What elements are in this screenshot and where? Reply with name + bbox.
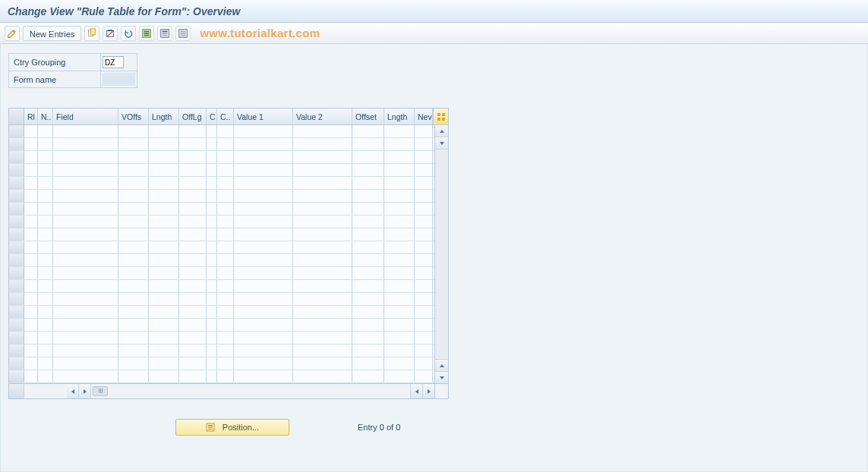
ctry-grouping-input[interactable]	[103, 56, 124, 68]
cell-lngth2[interactable]	[384, 293, 415, 305]
cell-voffs[interactable]	[118, 241, 149, 253]
cell-voffs[interactable]	[118, 177, 149, 189]
cell-lngth2[interactable]	[384, 203, 415, 215]
cell-field[interactable]	[53, 370, 118, 382]
cell-offlg[interactable]	[179, 190, 207, 202]
cell-lngth[interactable]	[149, 267, 179, 279]
cell-field[interactable]	[53, 177, 118, 189]
select-block-icon[interactable]	[157, 26, 172, 41]
col-select-all[interactable]	[9, 109, 24, 124]
cell-offlg[interactable]	[179, 177, 207, 189]
cell-lngth[interactable]	[149, 228, 179, 241]
cell-lngth[interactable]	[149, 125, 179, 137]
cell-v1[interactable]	[234, 228, 293, 241]
cell-v2[interactable]	[293, 332, 352, 344]
cell-nev[interactable]	[415, 164, 433, 176]
new-entries-button[interactable]: New Entries	[23, 26, 81, 41]
cell-nev[interactable]	[415, 254, 433, 266]
cell-n[interactable]	[38, 203, 53, 215]
cell-v2[interactable]	[293, 267, 352, 279]
cell-n[interactable]	[38, 332, 53, 344]
cell-v2[interactable]	[293, 370, 352, 382]
cell-rl[interactable]	[24, 177, 38, 189]
cell-n[interactable]	[38, 164, 53, 176]
cell-v2[interactable]	[293, 293, 352, 305]
cell-c2[interactable]	[217, 319, 234, 331]
cell-field[interactable]	[53, 151, 118, 163]
col-value2[interactable]: Value 2	[293, 109, 352, 124]
cell-sel[interactable]	[9, 345, 24, 357]
cell-lngth[interactable]	[149, 306, 179, 318]
cell-offlg[interactable]	[179, 151, 207, 163]
cell-sel[interactable]	[9, 241, 24, 253]
cell-n[interactable]	[38, 280, 53, 292]
cell-sel[interactable]	[9, 190, 24, 202]
cell-v1[interactable]	[234, 357, 293, 370]
cell-lngth[interactable]	[149, 190, 179, 202]
cell-rl[interactable]	[24, 319, 38, 331]
cell-c1[interactable]	[207, 216, 217, 228]
cell-v2[interactable]	[293, 357, 352, 370]
cell-v2[interactable]	[293, 190, 352, 202]
cell-voffs[interactable]	[118, 125, 149, 137]
cell-v2[interactable]	[293, 138, 352, 150]
cell-field[interactable]	[53, 319, 118, 331]
cell-field[interactable]	[53, 125, 118, 137]
cell-v2[interactable]	[293, 241, 352, 253]
cell-voffs[interactable]	[118, 190, 149, 202]
cell-v1[interactable]	[234, 138, 293, 150]
cell-rl[interactable]	[24, 151, 38, 163]
toggle-edit-icon[interactable]	[5, 26, 20, 41]
cell-nev[interactable]	[415, 306, 433, 318]
cell-voffs[interactable]	[118, 280, 149, 292]
cell-lngth2[interactable]	[384, 177, 415, 189]
vertical-scrollbar[interactable]	[434, 125, 448, 383]
cell-nev[interactable]	[415, 216, 433, 228]
cell-n[interactable]	[38, 345, 53, 357]
cell-c1[interactable]	[207, 203, 217, 215]
cell-v1[interactable]	[234, 280, 293, 292]
cell-v2[interactable]	[293, 345, 352, 357]
cell-nev[interactable]	[415, 293, 433, 305]
cell-field[interactable]	[53, 241, 118, 253]
cell-n[interactable]	[38, 177, 53, 189]
cell-off2[interactable]	[352, 293, 384, 305]
cell-nev[interactable]	[415, 190, 433, 202]
cell-offlg[interactable]	[179, 319, 207, 331]
cell-v1[interactable]	[234, 293, 293, 305]
cell-sel[interactable]	[9, 357, 24, 370]
cell-n[interactable]	[38, 306, 53, 318]
cell-offlg[interactable]	[179, 332, 207, 344]
table-row[interactable]	[9, 319, 434, 332]
cell-c1[interactable]	[207, 190, 217, 202]
cell-sel[interactable]	[9, 216, 24, 228]
cell-rl[interactable]	[24, 332, 38, 344]
cell-lngth[interactable]	[149, 241, 179, 253]
cell-rl[interactable]	[24, 164, 38, 176]
table-row[interactable]	[9, 125, 434, 138]
cell-sel[interactable]	[9, 228, 24, 241]
cell-v1[interactable]	[234, 370, 293, 382]
cell-c2[interactable]	[217, 190, 234, 202]
cell-field[interactable]	[53, 357, 118, 370]
cell-c2[interactable]	[217, 254, 234, 266]
cell-nev[interactable]	[415, 370, 433, 382]
cell-c2[interactable]	[217, 241, 234, 253]
cell-offlg[interactable]	[179, 138, 207, 150]
cell-off2[interactable]	[352, 138, 384, 150]
cell-off2[interactable]	[352, 203, 384, 215]
cell-n[interactable]	[38, 241, 53, 253]
cell-sel[interactable]	[9, 177, 24, 189]
cell-lngth[interactable]	[149, 216, 179, 228]
cell-field[interactable]	[53, 345, 118, 357]
cell-offlg[interactable]	[179, 267, 207, 279]
cell-rl[interactable]	[24, 203, 38, 215]
position-button[interactable]: Position...	[175, 419, 289, 436]
cell-voffs[interactable]	[118, 228, 149, 241]
cell-lngth[interactable]	[149, 203, 179, 215]
cell-nev[interactable]	[415, 228, 433, 241]
form-name-input[interactable]	[103, 73, 135, 86]
cell-sel[interactable]	[9, 138, 24, 150]
cell-offlg[interactable]	[179, 228, 207, 241]
cell-voffs[interactable]	[118, 164, 149, 176]
